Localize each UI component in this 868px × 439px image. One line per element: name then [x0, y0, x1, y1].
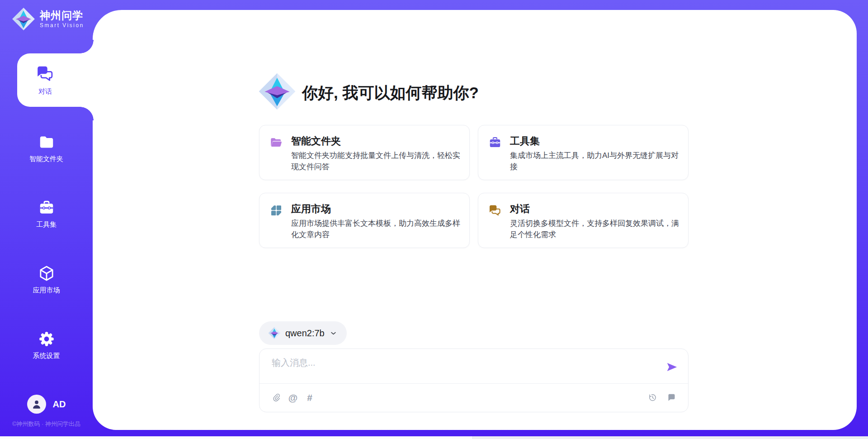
- user-initials: AD: [53, 399, 66, 410]
- feature-card-title: 对话: [510, 202, 530, 216]
- feature-card-title: 应用市场: [291, 202, 331, 216]
- message-input[interactable]: 输入消息...: [272, 357, 316, 369]
- feature-card-grid: 智能文件夹 智能文件夹功能支持批量文件上传与清洗，轻松实现文件问答 工具集 集成…: [259, 125, 689, 248]
- brand-diamond-icon: [12, 7, 35, 31]
- sidebar-item-app-market[interactable]: 应用市场: [0, 265, 93, 295]
- sidebar-item-label: 智能文件夹: [29, 155, 63, 163]
- tab-fillet-top: [80, 40, 94, 53]
- sidebar-item-toolset[interactable]: 工具集: [0, 199, 93, 229]
- hashtag-button[interactable]: #: [304, 391, 316, 403]
- folder-open-icon: [269, 136, 283, 149]
- paper-plane-icon: [665, 361, 678, 373]
- app-root: 神州问学 Smart Vision 对话 智能文件夹 工具集: [0, 0, 868, 439]
- app-grid-icon: [269, 204, 283, 217]
- folder-icon: [38, 134, 55, 151]
- gear-icon: [38, 330, 55, 348]
- sidebar-item-label: 系统设置: [33, 352, 60, 360]
- feature-card-smart-folder[interactable]: 智能文件夹 智能文件夹功能支持批量文件上传与清洗，轻松实现文件问答: [259, 125, 470, 180]
- model-name: qwen2:7b: [285, 328, 325, 339]
- chat-bubbles-icon: [488, 204, 502, 217]
- sidebar-item-label: 工具集: [36, 220, 57, 229]
- avatar: [27, 395, 46, 414]
- copyright: ©神州数码 · 神州问学出品: [0, 420, 93, 428]
- attach-file-button[interactable]: [270, 391, 282, 403]
- brand-diamond-icon: [268, 327, 281, 339]
- composer: 输入消息... @ #: [259, 348, 689, 412]
- user-account[interactable]: AD: [0, 395, 93, 414]
- toolbox-icon: [38, 199, 55, 216]
- brand-diamond-icon: [258, 72, 296, 110]
- history-icon: [648, 393, 657, 402]
- history-button[interactable]: [646, 391, 658, 403]
- mention-button[interactable]: @: [287, 391, 299, 403]
- feature-card-title: 工具集: [510, 134, 540, 148]
- sidebar-item-label: 对话: [38, 87, 52, 96]
- send-button[interactable]: [665, 361, 678, 373]
- scrollbar-thumb[interactable]: [0, 436, 473, 439]
- feature-card-description: 灵活切换多模型文件，支持多样回复效果调试，满足个性化需求: [510, 218, 679, 240]
- chevron-down-icon: [329, 329, 338, 338]
- feature-card-description: 智能文件夹功能支持批量文件上传与清洗，轻松实现文件问答: [291, 150, 460, 172]
- model-selector[interactable]: qwen2:7b: [259, 321, 347, 345]
- person-icon: [31, 398, 42, 410]
- tab-fillet-bottom: [80, 107, 94, 120]
- sidebar-item-label: 应用市场: [33, 286, 60, 295]
- composer-divider: [259, 383, 688, 384]
- app-title: 神州问学: [40, 10, 84, 21]
- feature-card-title: 智能文件夹: [291, 134, 341, 148]
- chat-icon: [667, 393, 676, 402]
- greeting-heading: 你好, 我可以如何帮助你?: [302, 83, 479, 102]
- feature-card-description: 集成市场上主流工具，助力AI与外界无缝扩展与对接: [510, 150, 679, 172]
- sidebar-item-settings[interactable]: 系统设置: [0, 330, 93, 360]
- feature-card-description: 应用市场提供丰富长文本模板，助力高效生成多样化文章内容: [291, 218, 460, 240]
- app-subtitle: Smart Vision: [40, 22, 84, 29]
- cube-icon: [38, 265, 55, 282]
- composer-toolbar: @ #: [270, 390, 677, 405]
- feature-card-app-market[interactable]: 应用市场 应用市场提供丰富长文本模板，助力高效生成多样化文章内容: [259, 193, 470, 248]
- chat-bubbles-icon: [36, 64, 55, 83]
- app-logo: 神州问学 Smart Vision: [12, 7, 84, 31]
- paperclip-icon: [272, 393, 281, 402]
- horizontal-scrollbar[interactable]: [0, 436, 868, 439]
- feature-card-chat[interactable]: 对话 灵活切换多模型文件，支持多样回复效果调试，满足个性化需求: [478, 193, 689, 248]
- quick-chat-button[interactable]: [665, 391, 677, 403]
- toolbox-icon: [488, 136, 502, 149]
- feature-card-toolset[interactable]: 工具集 集成市场上主流工具，助力AI与外界无缝扩展与对接: [478, 125, 689, 180]
- sidebar-item-smart-folder[interactable]: 智能文件夹: [0, 134, 93, 163]
- sidebar-item-chat[interactable]: 对话: [17, 53, 95, 107]
